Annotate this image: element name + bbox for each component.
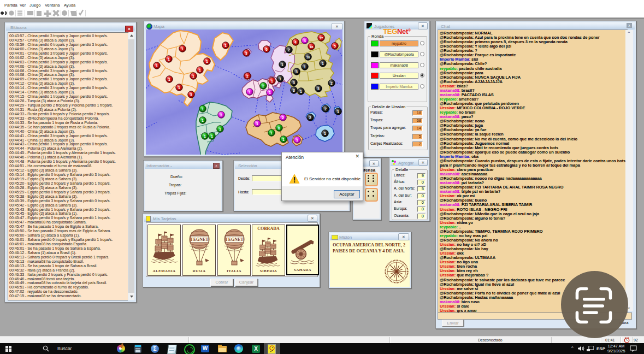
svg-text:2: 2: [288, 48, 290, 52]
svg-text:1: 1: [296, 138, 298, 142]
svg-text:5: 5: [334, 44, 336, 48]
svg-text:1: 1: [204, 134, 206, 138]
svg-text:1: 1: [168, 78, 170, 81]
svg-text:1: 1: [202, 107, 204, 111]
svg-text:TEGNET: TEGNET: [225, 237, 244, 242]
svg-text:3: 3: [317, 87, 320, 91]
svg-text:1: 1: [249, 90, 251, 94]
svg-text:3: 3: [245, 51, 247, 55]
svg-text:1: 1: [279, 77, 281, 81]
svg-text:1: 1: [156, 64, 158, 68]
svg-text:4: 4: [294, 40, 297, 44]
svg-text:2: 2: [324, 107, 327, 111]
svg-text:1: 1: [224, 44, 227, 48]
svg-text:1: 1: [211, 134, 213, 138]
svg-text:3: 3: [293, 88, 295, 92]
svg-text:1: 1: [322, 62, 324, 66]
svg-text:3: 3: [190, 93, 192, 97]
svg-text:17: 17: [320, 37, 323, 40]
svg-text:1: 1: [271, 79, 273, 83]
svg-text:6: 6: [265, 48, 268, 51]
svg-text:1: 1: [219, 127, 221, 131]
svg-text:2: 2: [282, 116, 284, 120]
svg-text:1: 1: [206, 60, 208, 63]
svg-text:1: 1: [181, 47, 184, 51]
svg-text:3: 3: [220, 113, 222, 117]
svg-text:2: 2: [330, 81, 333, 85]
svg-text:1: 1: [324, 132, 326, 135]
svg-text:1: 1: [199, 68, 201, 72]
svg-text:1: 1: [269, 91, 271, 95]
svg-text:2: 2: [246, 74, 249, 78]
svg-text:4: 4: [304, 39, 306, 43]
svg-text:1: 1: [304, 65, 306, 69]
svg-text:1: 1: [168, 57, 170, 61]
svg-text:1: 1: [192, 74, 194, 78]
svg-text:10: 10: [306, 56, 310, 59]
svg-text:8: 8: [278, 126, 280, 130]
svg-text:3: 3: [296, 70, 298, 74]
svg-text:18: 18: [310, 45, 314, 49]
svg-text:1: 1: [256, 122, 258, 126]
svg-text:1: 1: [281, 63, 283, 67]
svg-text:2: 2: [262, 84, 264, 88]
svg-text:1: 1: [178, 86, 180, 90]
svg-text:1: 1: [337, 110, 339, 114]
svg-text:TEGNET: TEGNET: [190, 237, 209, 242]
svg-text:1: 1: [202, 119, 204, 122]
svg-text:1: 1: [270, 131, 273, 135]
svg-text:1: 1: [300, 90, 302, 93]
svg-text:1: 1: [282, 138, 285, 141]
svg-text:3: 3: [293, 81, 295, 85]
svg-text:2: 2: [309, 116, 311, 120]
